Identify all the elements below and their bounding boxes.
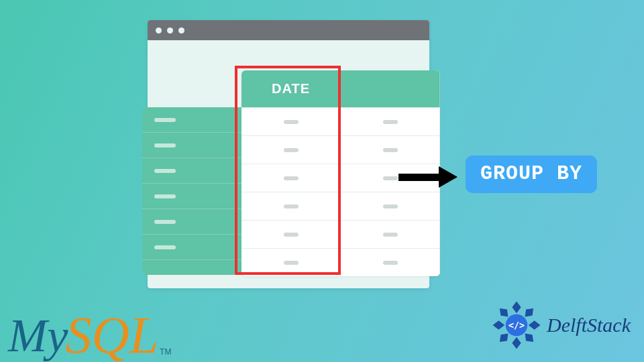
- group-by-label: GROUP BY: [466, 156, 597, 193]
- placeholder-icon: [284, 176, 299, 180]
- mysql-logo: My SQL TM: [8, 307, 170, 359]
- placeholder-icon: [383, 120, 398, 124]
- placeholder-icon: [284, 261, 299, 265]
- window-dot-icon: [156, 27, 162, 34]
- table-row: [241, 107, 440, 135]
- delftstack-badge-icon: </>: [492, 300, 541, 350]
- svg-marker-3: [529, 320, 541, 329]
- placeholder-icon: [154, 169, 176, 173]
- placeholder-icon: [154, 245, 176, 249]
- placeholder-icon: [284, 204, 299, 208]
- placeholder-icon: [154, 194, 176, 198]
- delftstack-text: DelftStack: [547, 314, 631, 337]
- placeholder-icon: [383, 204, 398, 208]
- mysql-logo-my: My: [8, 312, 68, 359]
- svg-marker-0: [512, 301, 521, 313]
- date-column-header: DATE: [241, 70, 341, 107]
- placeholder-icon: [383, 148, 398, 152]
- placeholder-icon: [284, 233, 299, 237]
- delftstack-logo: </> DelftStack: [492, 300, 631, 350]
- svg-marker-2: [493, 320, 505, 329]
- table-row: [241, 248, 440, 276]
- arrow-right-icon: [398, 166, 459, 188]
- delftstack-glyph: </>: [508, 320, 525, 330]
- placeholder-icon: [383, 261, 398, 265]
- table-row: [241, 220, 440, 248]
- table-row: [241, 192, 440, 220]
- placeholder-icon: [383, 176, 398, 180]
- placeholder-icon: [154, 118, 176, 122]
- placeholder-icon: [284, 120, 299, 124]
- mysql-trademark: TM: [160, 347, 171, 357]
- window-dot-icon: [167, 27, 173, 34]
- window-titlebar: [148, 20, 429, 40]
- placeholder-icon: [154, 143, 176, 147]
- mysql-logo-sql: SQL: [65, 309, 158, 361]
- window-dot-icon: [178, 27, 184, 34]
- empty-column-header: [341, 70, 440, 107]
- placeholder-icon: [284, 148, 299, 152]
- browser-window: DATE: [148, 20, 429, 288]
- table-row: [241, 135, 440, 164]
- table-header-row: DATE: [241, 70, 440, 107]
- placeholder-icon: [154, 220, 176, 224]
- svg-marker-1: [512, 337, 521, 349]
- placeholder-icon: [383, 233, 398, 237]
